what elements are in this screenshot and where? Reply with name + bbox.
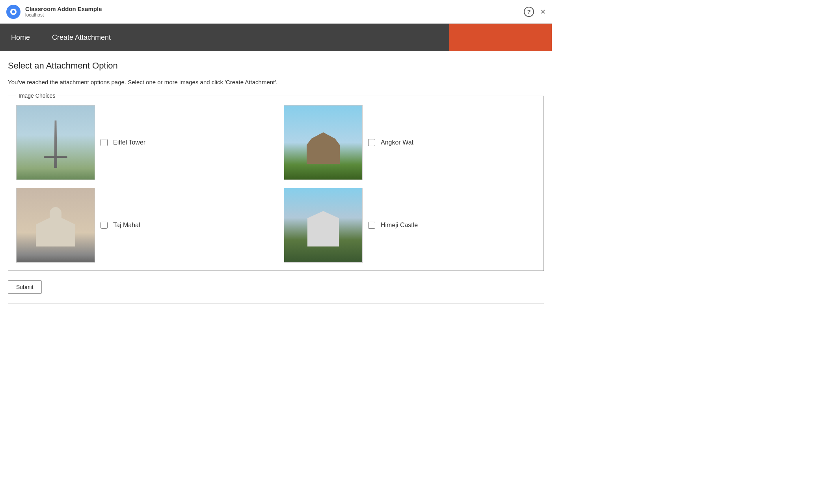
nav-item-home[interactable]: Home bbox=[0, 24, 41, 51]
page-title: Select an Attachment Option bbox=[8, 61, 544, 71]
checkbox-angkor[interactable] bbox=[368, 139, 375, 146]
help-button[interactable]: ? bbox=[524, 7, 534, 17]
close-button[interactable]: × bbox=[540, 7, 545, 16]
image-choices-fieldset: Image Choices Eiffel Tower Angkor Wat Ta… bbox=[8, 93, 544, 271]
label-taj: Taj Mahal bbox=[113, 222, 140, 229]
image-option-eiffel: Eiffel Tower bbox=[16, 105, 268, 180]
page-description: You've reached the attachment options pa… bbox=[8, 79, 544, 85]
image-option-taj: Taj Mahal bbox=[16, 188, 268, 263]
nav-bar: Home Create Attachment bbox=[0, 24, 552, 51]
image-option-himeji: Himeji Castle bbox=[284, 188, 536, 263]
image-option-angkor: Angkor Wat bbox=[284, 105, 536, 180]
title-bar: Classroom Addon Example localhost ? × bbox=[0, 0, 552, 24]
app-icon bbox=[6, 5, 20, 19]
label-eiffel: Eiffel Tower bbox=[113, 139, 145, 146]
title-bar-right: ? × bbox=[524, 7, 545, 17]
image-choices-legend: Image Choices bbox=[16, 93, 58, 99]
app-title: Classroom Addon Example bbox=[25, 6, 102, 12]
app-url: localhost bbox=[25, 12, 102, 18]
label-angkor: Angkor Wat bbox=[381, 139, 413, 146]
image-eiffel bbox=[16, 105, 95, 180]
nav-item-create-attachment[interactable]: Create Attachment bbox=[41, 24, 122, 51]
images-grid: Eiffel Tower Angkor Wat Taj Mahal Himeji… bbox=[16, 105, 536, 263]
label-himeji: Himeji Castle bbox=[381, 222, 418, 229]
bottom-divider bbox=[8, 303, 544, 304]
image-taj bbox=[16, 188, 95, 263]
image-himeji bbox=[284, 188, 363, 263]
submit-button[interactable]: Submit bbox=[8, 280, 42, 294]
checkbox-himeji[interactable] bbox=[368, 222, 375, 229]
image-angkor bbox=[284, 105, 363, 180]
title-bar-left: Classroom Addon Example localhost bbox=[6, 5, 102, 19]
title-info: Classroom Addon Example localhost bbox=[25, 6, 102, 18]
svg-point-2 bbox=[12, 10, 15, 13]
main-content: Select an Attachment Option You've reach… bbox=[0, 51, 552, 313]
checkbox-eiffel[interactable] bbox=[101, 139, 108, 146]
checkbox-taj[interactable] bbox=[101, 222, 108, 229]
nav-accent bbox=[449, 24, 552, 51]
